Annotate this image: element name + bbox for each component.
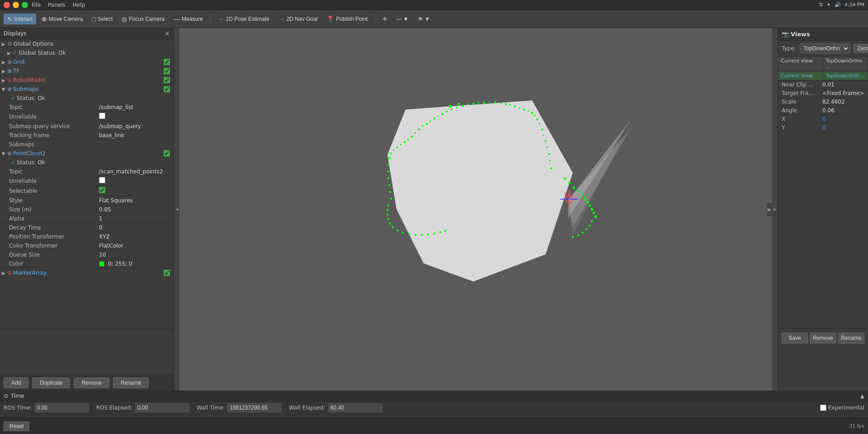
minimize-button[interactable] — [13, 2, 19, 8]
move-camera-button[interactable]: ⊕ Move Camera — [38, 14, 86, 24]
svg-rect-80 — [444, 230, 446, 232]
views-save-button[interactable]: Save — [782, 333, 808, 343]
add-display-button[interactable]: Add — [4, 377, 28, 388]
pointcloud2-item[interactable]: ▼ ⊕ PointCloud2 — [0, 149, 174, 158]
robotmodel-item[interactable]: ▶ ⊖ RobotModel — [0, 76, 174, 85]
pc2-color-transformer-value[interactable]: FlatColor — [97, 242, 174, 250]
wall-time-input[interactable] — [227, 403, 282, 412]
displays-close-button[interactable]: ✕ — [165, 30, 170, 37]
global-status-item[interactable]: ▶ ✓ Global Status: Ok — [0, 48, 174, 57]
markerarray-arrow[interactable]: ▶ — [2, 271, 7, 276]
pc2-unreliable-checkbox[interactable] — [99, 177, 105, 183]
views-remove-button[interactable]: Remove — [810, 333, 836, 343]
grid-checkbox[interactable] — [164, 59, 170, 65]
views-table-row[interactable]: Current View TopDownOrtho ... — [778, 72, 868, 81]
ros-time-input[interactable] — [35, 403, 89, 412]
focus-camera-button[interactable]: ◎ Focus Camera — [118, 14, 168, 24]
visualization-canvas[interactable]: (0,1) ▶ — [179, 28, 772, 391]
submaps-arrow[interactable]: ▼ — [2, 87, 7, 92]
duplicate-display-button[interactable]: Duplicate — [32, 377, 70, 388]
left-panel-collapse-arrow[interactable]: ◀ — [174, 28, 179, 391]
right-collapse-arrow[interactable]: ▶ — [767, 203, 772, 216]
ros-elapsed-input[interactable] — [135, 403, 189, 412]
remove-display-button[interactable]: Remove — [74, 377, 109, 388]
svg-rect-14 — [418, 129, 420, 130]
options-button-2[interactable]: 👁 ▼ — [414, 14, 434, 24]
pc2-decay-value[interactable]: 0 — [97, 224, 174, 232]
svg-rect-64 — [577, 234, 579, 236]
interact-button[interactable]: ↖ Interact — [4, 14, 36, 24]
wall-elapsed-input[interactable] — [328, 403, 382, 412]
view-angle-value[interactable]: 0.06 — [822, 107, 864, 114]
ros-elapsed-label: ROS Elapsed: — [96, 405, 132, 411]
global-options-arrow[interactable]: ▶ — [2, 42, 7, 47]
pose-estimate-button[interactable]: → 2D Pose Estimate — [214, 14, 273, 24]
pointcloud2-checkbox[interactable] — [164, 150, 170, 157]
right-panel-collapse-arrow[interactable]: ▶ — [772, 28, 778, 391]
grid-arrow[interactable]: ▶ — [2, 60, 7, 65]
pc2-position-value[interactable]: XYZ — [97, 233, 174, 241]
view-scale-value[interactable]: 82.4602 — [822, 99, 864, 105]
pc2-topic-value[interactable]: /scan_matched_points2 — [97, 167, 174, 176]
publish-point-button[interactable]: 📍 Publish Point — [323, 14, 371, 24]
views-zero-button[interactable]: Zero — [854, 44, 868, 53]
view-targetframe-value[interactable]: <Fixed Frame> — [822, 90, 864, 96]
submaps-unreliable-checkbox[interactable] — [99, 113, 105, 119]
ros-time-field: ROS Time: — [4, 403, 89, 412]
tf-arrow[interactable]: ▶ — [2, 69, 7, 74]
pc2-color-value[interactable]: 0; 255; 0 — [97, 260, 174, 268]
robotmodel-checkbox[interactable] — [164, 77, 170, 83]
pc2-position-label: Position Transformer — [0, 233, 97, 241]
view-x-value[interactable]: 0 — [822, 116, 864, 122]
view-x-row: X 0 — [778, 115, 868, 124]
submaps-query-value[interactable]: /submap_query — [97, 122, 174, 130]
main-area: Displays ✕ ▶ ⚙ Global Options ▶ ✓ Global… — [0, 28, 868, 391]
crosshair-icon: ✛ — [382, 16, 387, 22]
measure-button[interactable]: — Measure — [170, 14, 207, 24]
maximize-button[interactable] — [22, 2, 28, 8]
tf-checkbox[interactable] — [164, 68, 170, 74]
views-rename-button[interactable]: Rename — [838, 333, 864, 343]
pc2-selectable-checkbox[interactable] — [99, 187, 105, 193]
options-button-1[interactable]: — ▼ — [392, 14, 412, 24]
close-button[interactable] — [4, 2, 10, 8]
grid-item[interactable]: ▶ ⊕ Grid — [0, 57, 174, 67]
menu-help[interactable]: Help — [73, 2, 85, 8]
pc2-style-value[interactable]: Flat Squares — [97, 196, 174, 205]
select-button[interactable]: □ Select — [88, 14, 116, 24]
markerarray-checkbox[interactable] — [164, 270, 170, 276]
pc2-alpha-value[interactable]: 1 — [97, 215, 174, 223]
robotmodel-arrow[interactable]: ▶ — [2, 78, 7, 83]
reset-button[interactable]: Reset — [4, 421, 29, 431]
time-expand-icon[interactable]: ▲ — [860, 393, 864, 399]
svg-rect-35 — [519, 107, 520, 109]
pose-icon: → — [218, 15, 224, 23]
rename-display-button[interactable]: Rename — [113, 377, 149, 388]
view-nearclip-value[interactable]: 0.01 — [822, 81, 864, 88]
global-options-item[interactable]: ▶ ⚙ Global Options — [0, 39, 174, 48]
submaps-tracking-value[interactable]: base_link — [97, 131, 174, 139]
markerarray-item[interactable]: ▶ ⊕ MarkerArray — [0, 268, 174, 277]
pointcloud2-arrow[interactable]: ▼ — [2, 151, 7, 156]
tf-item[interactable]: ▶ ⊕ TF — [0, 67, 174, 76]
options-icon-2: 👁 ▼ — [418, 16, 430, 22]
svg-rect-39 — [534, 115, 535, 116]
experimental-checkbox[interactable] — [820, 405, 826, 411]
global-status-arrow[interactable]: ▶ — [7, 51, 13, 56]
submaps-item[interactable]: ▼ ⊕ Submaps — [0, 85, 174, 94]
submaps-topic-value[interactable]: /submap_list — [97, 103, 174, 111]
views-type-select[interactable]: TopDownOrtho Orbit FPS — [800, 43, 850, 53]
submaps-checkbox[interactable] — [164, 86, 170, 92]
crosshair-button[interactable]: ✛ — [379, 14, 391, 24]
view-y-value[interactable]: 0 — [822, 124, 864, 131]
svg-rect-62 — [585, 229, 587, 230]
pc2-queue-value[interactable]: 10 — [97, 251, 174, 259]
menu-panels[interactable]: Panels — [48, 2, 66, 8]
status-bar: Reset 31 fps — [0, 418, 868, 434]
view-targetframe-label: Target Fra... — [782, 90, 822, 96]
nav-goal-button[interactable]: → 2D Nav Goal — [275, 14, 321, 24]
pc2-decay-row: Decay Time 0 — [0, 223, 174, 232]
pc2-size-value[interactable]: 0.05 — [97, 205, 174, 214]
menu-file[interactable]: File — [32, 2, 41, 8]
svg-rect-10 — [404, 141, 406, 143]
